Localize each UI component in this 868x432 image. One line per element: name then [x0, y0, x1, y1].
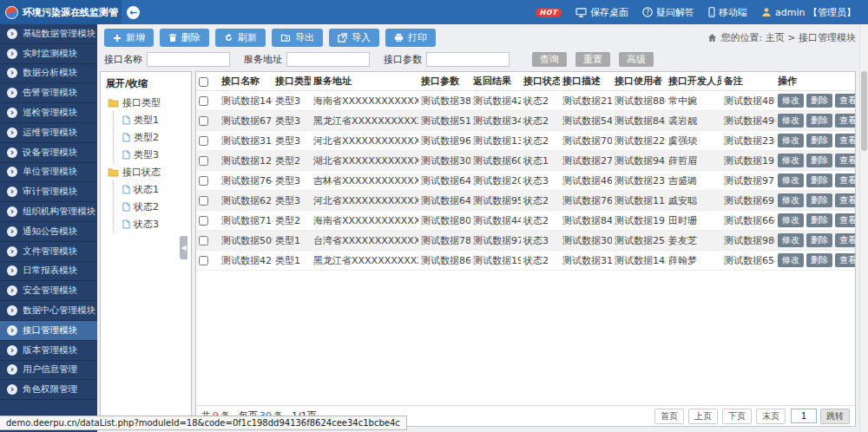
edit-button[interactable]: 修改: [778, 114, 804, 128]
column-header[interactable]: 操作: [775, 72, 855, 91]
last-page-button[interactable]: 末页: [756, 409, 786, 424]
back-arrow-icon[interactable]: ←: [127, 6, 140, 19]
sidebar-item-3[interactable]: ›数据分析模块: [0, 64, 97, 84]
page-jump-button[interactable]: 跳转: [820, 409, 850, 424]
sidebar-item-14[interactable]: ›安全管理模块: [0, 281, 97, 301]
delete-row-button[interactable]: 删除: [806, 114, 832, 128]
tree-group-2[interactable]: 接口状态: [101, 163, 191, 180]
tree-collapse-handle[interactable]: ◀: [180, 236, 187, 259]
add-button[interactable]: 新增: [104, 29, 154, 47]
column-header[interactable]: 接口类型: [273, 72, 311, 91]
view-button[interactable]: 查看: [835, 233, 855, 247]
delete-row-button[interactable]: 删除: [806, 233, 832, 247]
tree-header[interactable]: 展开/收缩: [101, 72, 191, 94]
sidebar-item-5[interactable]: ›巡检管理模块: [0, 103, 97, 123]
export-button[interactable]: 导出: [272, 29, 323, 47]
header-menu-item-0[interactable]: 保存桌面: [575, 6, 628, 19]
header-menu-item-1[interactable]: ?疑问解答: [642, 6, 694, 19]
row-checkbox[interactable]: [199, 196, 208, 206]
row-checkbox[interactable]: [199, 176, 208, 186]
sidebar-item-19[interactable]: ›角色权限管理: [0, 380, 97, 400]
column-header[interactable]: 接口使用者: [612, 72, 666, 91]
vertical-scrollbar[interactable]: [859, 24, 868, 432]
delete-row-button[interactable]: 删除: [806, 94, 832, 108]
scrollbar-thumb[interactable]: [861, 71, 867, 151]
delete-row-button[interactable]: 删除: [806, 193, 832, 207]
sidebar-item-6[interactable]: ›运维管理模块: [0, 123, 97, 143]
view-button[interactable]: 查看: [835, 173, 855, 187]
sidebar-item-17[interactable]: ›版本管理模块: [0, 341, 97, 361]
edit-button[interactable]: 修改: [778, 94, 804, 108]
column-header[interactable]: 返回结果: [470, 72, 521, 91]
sidebar-item-16[interactable]: ›接口管理模块: [0, 321, 97, 341]
view-button[interactable]: 查看: [835, 134, 855, 147]
column-header[interactable]: 接口名称: [219, 72, 273, 91]
sidebar-item-4[interactable]: ›告警管理模块: [0, 83, 97, 103]
delete-row-button[interactable]: 删除: [806, 134, 832, 147]
next-page-button[interactable]: 下页: [722, 409, 752, 424]
print-button[interactable]: 打印: [385, 29, 436, 47]
sidebar-item-13[interactable]: ›日常报表模块: [0, 262, 97, 282]
column-header[interactable]: 接口描述: [560, 72, 612, 91]
tree-leaf-2-1[interactable]: 状态1: [114, 180, 191, 198]
sidebar-item-2[interactable]: ›实时监测模块: [0, 44, 97, 64]
service-address-input[interactable]: [286, 52, 370, 67]
sidebar-item-11[interactable]: ›通知公告模块: [0, 222, 97, 242]
edit-button[interactable]: 修改: [778, 134, 804, 147]
view-button[interactable]: 查看: [835, 154, 855, 167]
sidebar-item-7[interactable]: ›设备管理模块: [0, 143, 97, 163]
view-button[interactable]: 查看: [835, 114, 855, 128]
delete-row-button[interactable]: 删除: [806, 173, 832, 187]
edit-button[interactable]: 修改: [778, 213, 804, 227]
interface-name-input[interactable]: [147, 52, 230, 67]
column-header[interactable]: 服务地址: [311, 72, 418, 91]
interface-param-input[interactable]: [426, 52, 510, 67]
column-header[interactable]: 接口状态: [521, 72, 560, 91]
column-header[interactable]: 接口参数: [418, 72, 470, 91]
row-checkbox[interactable]: [199, 116, 208, 126]
reset-button[interactable]: 重置: [575, 52, 610, 67]
edit-button[interactable]: 修改: [778, 193, 804, 207]
prev-page-button[interactable]: 上页: [688, 409, 718, 424]
sidebar-item-12[interactable]: ›文件管理模块: [0, 242, 97, 262]
column-header[interactable]: 接口开发人员: [666, 72, 721, 91]
page-jump-input[interactable]: [791, 409, 817, 423]
edit-button[interactable]: 修改: [778, 233, 804, 247]
advanced-button[interactable]: 高级: [619, 52, 654, 67]
refresh-button[interactable]: 刷新: [215, 29, 266, 47]
header-menu-item-2[interactable]: 移动端: [708, 6, 747, 19]
tree-leaf-2-3[interactable]: 状态3: [114, 215, 191, 232]
row-checkbox[interactable]: [199, 236, 208, 245]
view-button[interactable]: 查看: [835, 253, 855, 267]
query-button[interactable]: 查询: [532, 52, 567, 67]
column-header[interactable]: 备注: [721, 72, 775, 91]
sidebar-item-1[interactable]: ›基础数据管理模块: [0, 24, 97, 44]
edit-button[interactable]: 修改: [778, 253, 804, 267]
delete-button[interactable]: 删除: [160, 29, 209, 47]
select-all-checkbox[interactable]: [199, 77, 208, 87]
tree-leaf-1-1[interactable]: 类型1: [114, 111, 191, 128]
row-checkbox[interactable]: [199, 96, 208, 106]
delete-row-button[interactable]: 删除: [806, 253, 832, 267]
tree-leaf-2-2[interactable]: 状态2: [114, 198, 191, 215]
tree-leaf-1-3[interactable]: 类型3: [114, 146, 191, 163]
view-button[interactable]: 查看: [835, 213, 855, 227]
view-button[interactable]: 查看: [835, 94, 855, 108]
edit-button[interactable]: 修改: [778, 173, 804, 187]
sidebar-item-9[interactable]: ›审计管理模块: [0, 182, 97, 202]
row-checkbox[interactable]: [199, 256, 208, 265]
import-button[interactable]: 导入: [329, 29, 379, 47]
header-menu-item-3[interactable]: admin 【管理员】: [761, 6, 856, 19]
tree-group-1[interactable]: 接口类型: [101, 94, 191, 111]
edit-button[interactable]: 修改: [778, 154, 804, 167]
sidebar-item-8[interactable]: ›单位管理模块: [0, 163, 97, 183]
sidebar-item-10[interactable]: ›组织机构管理模块: [0, 202, 97, 222]
delete-row-button[interactable]: 删除: [806, 213, 832, 227]
sidebar-item-15[interactable]: ›数据中心管理模块: [0, 301, 97, 321]
row-checkbox[interactable]: [199, 216, 208, 226]
sidebar-item-18[interactable]: ›用户信息管理: [0, 361, 97, 381]
view-button[interactable]: 查看: [835, 193, 855, 207]
row-checkbox[interactable]: [199, 156, 208, 166]
first-page-button[interactable]: 首页: [654, 409, 684, 424]
tree-leaf-1-2[interactable]: 类型2: [114, 128, 191, 146]
